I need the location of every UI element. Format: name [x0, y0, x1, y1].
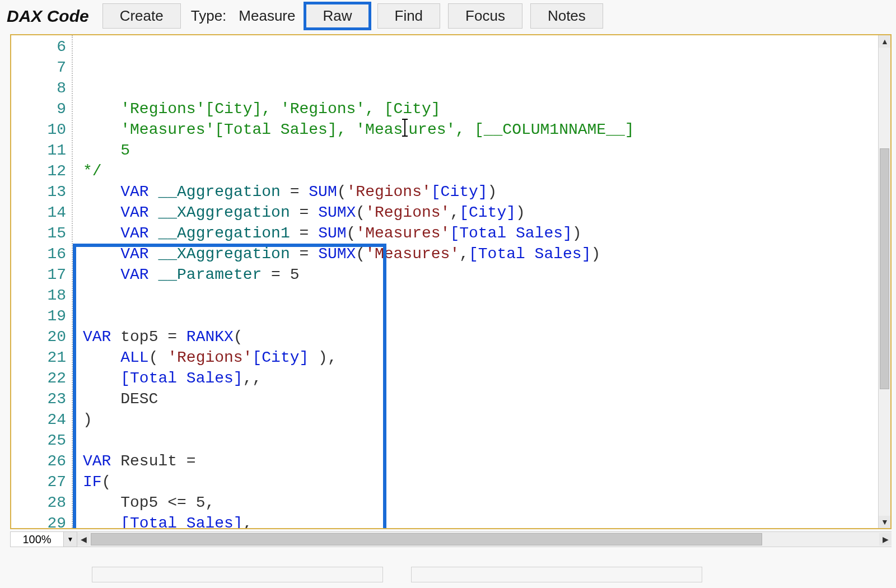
scroll-down-icon[interactable]: ▼: [879, 516, 891, 528]
line-number: 24: [11, 409, 72, 430]
line-number: 10: [11, 119, 72, 140]
code-line[interactable]: 5: [83, 140, 874, 161]
code-line[interactable]: VAR __Aggregation1 = SUM('Measures'[Tota…: [83, 223, 874, 244]
code-line[interactable]: VAR __Aggregation = SUM('Regions'[City]): [83, 181, 874, 202]
toolbar: DAX Code Create Type: Measure Raw Find F…: [2, 2, 894, 34]
line-number: 23: [11, 389, 72, 409]
line-number: 19: [11, 306, 72, 326]
text-cursor-icon: [403, 122, 408, 138]
hscroll-track[interactable]: [90, 532, 879, 547]
line-number: 16: [11, 244, 72, 264]
code-line[interactable]: IF(: [83, 472, 874, 492]
find-button[interactable]: Find: [377, 3, 441, 29]
line-number: 20: [11, 326, 72, 347]
line-number: 26: [11, 451, 72, 472]
scroll-left-icon[interactable]: ◀: [77, 533, 90, 545]
code-line[interactable]: ): [83, 409, 874, 430]
bottom-tab-2[interactable]: [411, 567, 702, 582]
code-line[interactable]: [83, 430, 874, 451]
code-line[interactable]: 'Measures'[Total Sales], 'Measures', [__…: [83, 119, 874, 140]
code-line[interactable]: VAR Result =: [83, 451, 874, 472]
code-editor[interactable]: 6789101112131415161718192021222324252627…: [10, 34, 892, 529]
line-number: 28: [11, 492, 72, 513]
code-line[interactable]: */: [83, 161, 874, 181]
code-line[interactable]: [Total Sales],: [83, 513, 874, 529]
zoom-value[interactable]: 100%: [10, 531, 64, 547]
hscroll-thumb[interactable]: [91, 533, 762, 545]
app-root: DAX Code Create Type: Measure Raw Find F…: [0, 0, 896, 588]
code-area[interactable]: 'Regions'[City], 'Regions', [City] 'Meas…: [73, 35, 878, 528]
line-number: 11: [11, 140, 72, 161]
focus-button[interactable]: Focus: [448, 3, 522, 29]
bottom-bar: 100% ▼ ◀ ▶: [10, 531, 892, 547]
line-number: 7: [11, 57, 72, 78]
line-number: 21: [11, 347, 72, 368]
code-line[interactable]: VAR top5 = RANKX(: [83, 326, 874, 347]
code-line[interactable]: [Total Sales],,: [83, 368, 874, 389]
horizontal-scrollbar[interactable]: ◀ ▶: [77, 531, 892, 547]
line-number: 9: [11, 99, 72, 119]
line-number: 12: [11, 161, 72, 181]
bottom-tab-1[interactable]: [92, 567, 383, 582]
vscroll-track[interactable]: [879, 48, 890, 516]
type-value: Measure: [236, 4, 297, 28]
code-line[interactable]: VAR __XAggregation = SUMX('Measures',[To…: [83, 244, 874, 264]
code-line[interactable]: ALL( 'Regions'[City] ),: [83, 347, 874, 368]
code-line[interactable]: 'Regions'[City], 'Regions', [City]: [83, 99, 874, 119]
line-number: 15: [11, 223, 72, 244]
code-line[interactable]: [83, 285, 874, 306]
line-number: 6: [11, 36, 72, 57]
scroll-right-icon[interactable]: ▶: [879, 533, 892, 545]
code-line[interactable]: Top5 <= 5,: [83, 492, 874, 513]
scroll-up-icon[interactable]: ▲: [879, 35, 891, 48]
code-line[interactable]: VAR __XAggregation = SUMX('Regions',[Cit…: [83, 202, 874, 223]
line-number: 8: [11, 78, 72, 99]
type-label: Type:: [189, 4, 229, 28]
line-number: 13: [11, 181, 72, 202]
code-line[interactable]: [83, 306, 874, 326]
line-number: 18: [11, 285, 72, 306]
zoom-dropdown-icon[interactable]: ▼: [64, 531, 77, 547]
app-title: DAX Code: [7, 7, 89, 26]
bottom-tabs: [92, 567, 892, 582]
line-number: 17: [11, 264, 72, 285]
vertical-scrollbar[interactable]: ▲ ▼: [878, 35, 890, 528]
line-number: 27: [11, 472, 72, 492]
raw-button[interactable]: Raw: [305, 3, 369, 29]
create-button[interactable]: Create: [102, 3, 181, 29]
line-gutter: 6789101112131415161718192021222324252627…: [11, 35, 73, 528]
line-number: 22: [11, 368, 72, 389]
code-line[interactable]: VAR __Parameter = 5: [83, 264, 874, 285]
notes-button[interactable]: Notes: [530, 3, 603, 29]
line-number: 14: [11, 202, 72, 223]
line-number: 25: [11, 430, 72, 451]
code-line[interactable]: DESC: [83, 389, 874, 409]
vscroll-thumb[interactable]: [880, 148, 889, 389]
line-number: 29: [11, 513, 72, 529]
